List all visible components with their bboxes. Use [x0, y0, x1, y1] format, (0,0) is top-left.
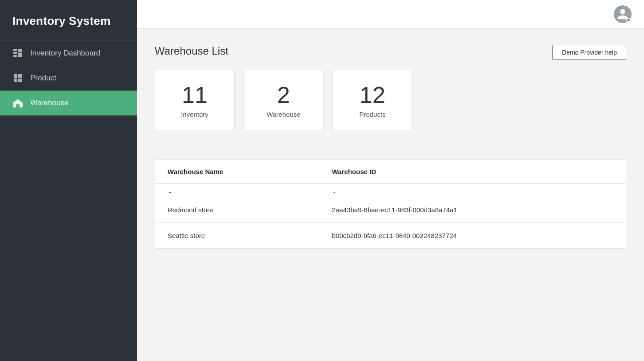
- dashboard-icon: [12, 48, 23, 59]
- warehouse-id-redmond: 2aa43ba9-8bae-ec11-983f-000d3a8a74a1: [320, 197, 626, 223]
- svg-rect-3: [18, 49, 22, 52]
- top-row: Warehouse List 11 Inventory 2 Warehouse …: [155, 45, 626, 145]
- stats-and-title: Warehouse List 11 Inventory 2 Warehouse …: [155, 45, 412, 145]
- content-area: Warehouse List 11 Inventory 2 Warehouse …: [137, 29, 644, 361]
- svg-rect-11: [16, 104, 20, 107]
- stat-label-inventory: Inventory: [181, 111, 208, 118]
- main-area: Warehouse List 11 Inventory 2 Warehouse …: [137, 0, 644, 361]
- svg-marker-10: [12, 99, 23, 103]
- help-button[interactable]: Demo Provider help: [552, 45, 626, 60]
- sort-row: ⌄ ⌄: [155, 184, 626, 197]
- user-status-indicator: [626, 18, 631, 22]
- svg-rect-4: [18, 53, 22, 57]
- svg-rect-6: [18, 74, 22, 78]
- stat-number-warehouse: 2: [277, 83, 290, 108]
- svg-rect-0: [13, 49, 17, 51]
- svg-rect-8: [18, 79, 22, 82]
- table-row: Redmond store 2aa43ba9-8bae-ec11-983f-00…: [155, 197, 626, 223]
- stat-label-warehouse: Warehouse: [267, 111, 300, 118]
- table-row: Seattle store b00cb2d9-bfa6-ec11-9840-00…: [155, 223, 626, 249]
- warehouse-icon: [12, 98, 23, 108]
- sidebar-item-product-label: Product: [30, 74, 56, 83]
- stats-row: 11 Inventory 2 Warehouse 12 Products: [155, 70, 412, 131]
- col-header-name: Warehouse Name: [155, 160, 320, 184]
- stat-card-warehouse: 2 Warehouse: [244, 70, 324, 131]
- page-title: Warehouse List: [155, 45, 412, 57]
- warehouse-id-seattle: b00cb2d9-bfa6-ec11-9840-002248237724: [320, 223, 626, 249]
- col-header-id: Warehouse ID: [320, 160, 626, 184]
- user-avatar[interactable]: [614, 5, 632, 23]
- svg-rect-1: [13, 52, 17, 54]
- sidebar-item-warehouse[interactable]: Warehouse: [0, 91, 137, 115]
- warehouse-name-seattle: Seattle store: [155, 223, 320, 249]
- warehouse-name-redmond: Redmond store: [155, 197, 320, 223]
- warehouse-table: Warehouse Name Warehouse ID ⌄ ⌄: [155, 160, 626, 248]
- stat-number-inventory: 11: [182, 83, 208, 108]
- sidebar-item-product[interactable]: Product: [0, 66, 137, 91]
- sidebar: Inventory System Inventory Dashboard Pro…: [0, 0, 137, 361]
- header: [137, 0, 644, 29]
- product-icon: [12, 73, 23, 83]
- sort-chevron-name[interactable]: ⌄: [168, 188, 172, 194]
- svg-rect-7: [14, 79, 17, 82]
- sidebar-item-inventory-dashboard-label: Inventory Dashboard: [30, 49, 100, 58]
- svg-rect-5: [14, 74, 17, 78]
- svg-rect-2: [13, 55, 17, 57]
- stat-card-products: 12 Products: [332, 70, 412, 131]
- stat-number-products: 12: [360, 83, 385, 108]
- stat-card-inventory: 11 Inventory: [155, 70, 235, 131]
- warehouse-table-container: Warehouse Name Warehouse ID ⌄ ⌄: [155, 159, 626, 249]
- sidebar-item-inventory-dashboard[interactable]: Inventory Dashboard: [0, 41, 137, 66]
- sort-chevron-id[interactable]: ⌄: [332, 188, 337, 194]
- stat-label-products: Products: [359, 111, 385, 118]
- app-title: Inventory System: [0, 0, 137, 41]
- sidebar-item-warehouse-label: Warehouse: [30, 99, 68, 107]
